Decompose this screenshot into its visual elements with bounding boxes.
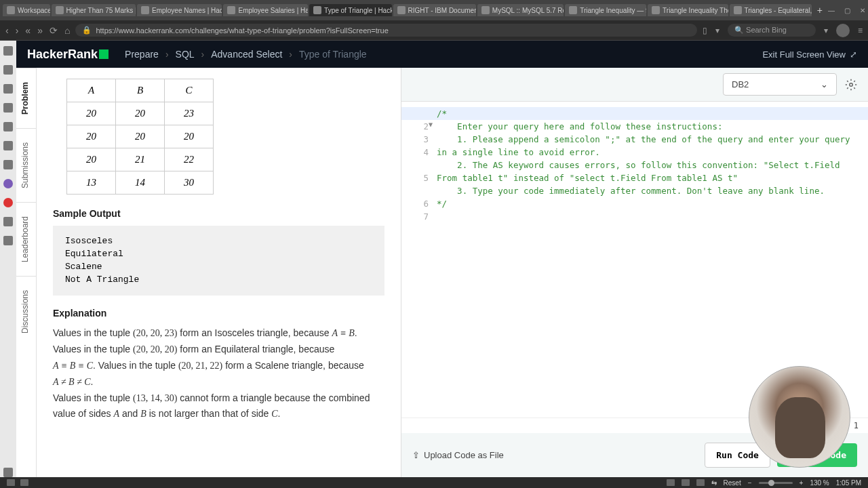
browser-tab[interactable]: Triangles - Equilateral, Is... — [730, 4, 812, 16]
back-icon[interactable]: ‹ — [5, 25, 9, 36]
upload-code-link[interactable]: ⇧ Upload Code as File — [412, 450, 504, 460]
forward-icon[interactable]: › — [16, 25, 19, 36]
browser-tab[interactable]: Employee Names | Hacke... — [137, 4, 222, 16]
history-back-icon[interactable]: « — [25, 25, 31, 36]
table-row: 131430 — [67, 171, 214, 195]
maximize-icon[interactable]: ▢ — [844, 7, 850, 14]
search-chevron-icon[interactable]: ▾ — [824, 26, 828, 35]
reload-icon[interactable]: ⟳ — [50, 25, 58, 36]
panel-icon[interactable] — [3, 84, 13, 94]
app-header: HackerRank Prepare› SQL› Advanced Select… — [16, 41, 868, 68]
zoom-in-icon[interactable]: + — [800, 479, 804, 487]
breadcrumb: Prepare› SQL› Advanced Select› Type of T… — [125, 49, 367, 60]
clock: 1:05 PM — [836, 479, 861, 487]
gear-icon[interactable] — [845, 79, 857, 91]
language-select[interactable]: DB2 ⌄ — [723, 73, 837, 96]
browser-tab[interactable]: RIGHT - IBM Documenta... — [393, 4, 476, 16]
section-explanation: Explanation — [53, 308, 384, 319]
breadcrumb-item[interactable]: Prepare — [125, 49, 159, 60]
breadcrumb-item[interactable]: SQL — [176, 49, 195, 60]
browser-tab-strip: Workspaces Higher Than 75 Marks | H... E… — [0, 0, 868, 20]
reset-button[interactable]: Reset — [724, 479, 741, 487]
explanation-text: Values in the tuple (20, 20, 23) form an… — [53, 325, 384, 422]
browser-tab[interactable]: MySQL :: MySQL 5.7 Refe... — [477, 4, 564, 16]
tab-submissions[interactable]: Submissions — [16, 128, 36, 202]
chevron-down-icon: ⌄ — [821, 79, 828, 89]
tab-leaderboard[interactable]: Leaderboard — [16, 202, 36, 276]
editor-toolbar: DB2 ⌄ — [401, 68, 868, 102]
exit-fullscreen-button[interactable]: Exit Full Screen View ⤢ — [762, 49, 857, 60]
webcam-overlay[interactable] — [749, 366, 850, 468]
problem-panel[interactable]: ABC 202023 202020 202122 131430 Sample O… — [37, 68, 401, 477]
browser-search-input[interactable]: 🔍 Search Bing — [728, 24, 816, 37]
settings-icon[interactable] — [3, 468, 13, 477]
browser-side-panel — [0, 41, 16, 477]
tab-discussions[interactable]: Discussions — [16, 276, 36, 347]
section-sample-output: Sample Output — [53, 208, 384, 219]
profile-avatar[interactable] — [836, 24, 850, 37]
panel-icon[interactable] — [3, 160, 13, 169]
panel-icon[interactable] — [3, 236, 13, 245]
reader-icon[interactable]: ▯ — [703, 26, 707, 35]
browser-tab[interactable]: Higher Than 75 Marks | H... — [52, 4, 136, 16]
menu-icon[interactable]: ≡ — [858, 26, 863, 35]
table-row: 202122 — [67, 148, 214, 171]
upload-icon: ⇧ — [412, 450, 420, 460]
panel-icon[interactable] — [3, 141, 13, 150]
os-icon[interactable] — [667, 479, 675, 486]
os-icon[interactable] — [7, 479, 15, 486]
logo[interactable]: HackerRank — [27, 47, 108, 62]
editor-gutter: 1 2 3 4 5 6 7 — [401, 102, 433, 418]
browser-tab[interactable]: Employee Salaries | Hack... — [223, 4, 308, 16]
panel-icon[interactable] — [3, 65, 13, 75]
zoom-slider[interactable] — [759, 482, 793, 484]
address-bar[interactable]: 🔒 https://www.hackerrank.com/challenges/… — [75, 24, 697, 37]
table-row: 202023 — [67, 102, 214, 125]
panel-icon[interactable] — [3, 103, 13, 113]
panel-icon[interactable] — [3, 179, 13, 188]
os-icon[interactable] — [696, 479, 705, 486]
close-icon[interactable]: ✕ — [860, 7, 865, 14]
panel-icon[interactable] — [3, 217, 13, 226]
zoom-level: 130 % — [810, 479, 829, 487]
sample-table: ABC 202023 202020 202122 131430 — [66, 79, 214, 195]
browser-tab[interactable]: Triangle Inequality Theo... — [648, 4, 728, 16]
browser-tab[interactable]: Workspaces — [3, 4, 50, 16]
browser-tab[interactable]: Triangle Inequality — fro... — [565, 4, 646, 16]
collapse-icon: ⤢ — [850, 49, 857, 60]
browser-tab-active[interactable]: Type of Triangle | Hacker... — [309, 4, 391, 16]
minimize-icon[interactable]: — — [828, 7, 835, 14]
sample-output-block: Isosceles Equilateral Scalene Not A Tria… — [53, 226, 384, 296]
home-icon[interactable]: ⌂ — [64, 25, 70, 36]
panel-icon[interactable] — [3, 198, 13, 207]
panel-icon[interactable] — [3, 122, 13, 131]
zoom-out-icon[interactable]: − — [748, 479, 752, 487]
table-row: 202020 — [67, 125, 214, 148]
new-tab-button[interactable]: + — [813, 5, 827, 16]
bookmark-icon[interactable]: ▾ — [715, 26, 719, 35]
vertical-tabs: Problem Submissions Leaderboard Discussi… — [16, 68, 37, 477]
sync-icon[interactable]: ⇆ — [711, 479, 717, 487]
history-forward-icon[interactable]: » — [37, 25, 43, 36]
tab-problem[interactable]: Problem — [16, 68, 36, 128]
lock-icon: 🔒 — [82, 26, 92, 35]
url-text: https://www.hackerrank.com/challenges/wh… — [96, 26, 388, 35]
breadcrumb-item[interactable]: Advanced Select — [211, 49, 282, 60]
os-icon[interactable] — [20, 479, 28, 486]
os-status-bar: ⇆ Reset − + 130 % 1:05 PM — [0, 477, 868, 488]
panel-icon[interactable] — [3, 46, 13, 56]
os-icon[interactable] — [682, 479, 690, 486]
browser-toolbar: ‹ › « » ⟳ ⌂ 🔒 https://www.hackerrank.com… — [0, 20, 868, 41]
breadcrumb-current: Type of Triangle — [299, 49, 367, 60]
svg-point-0 — [850, 83, 853, 86]
